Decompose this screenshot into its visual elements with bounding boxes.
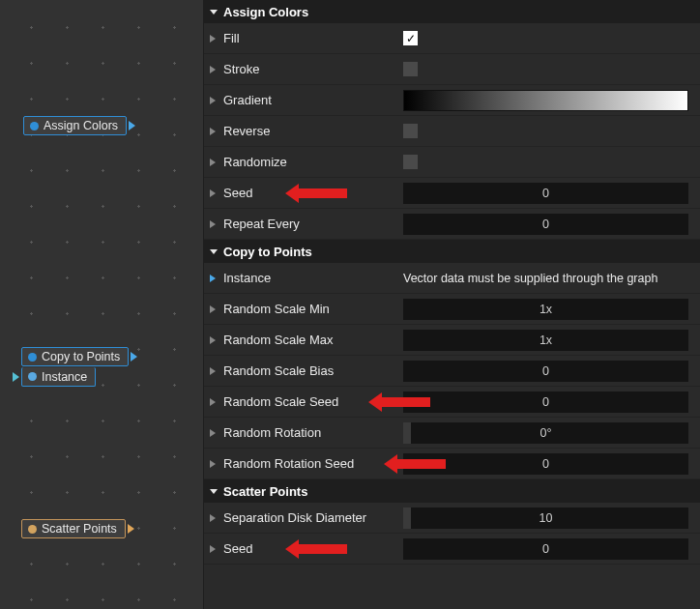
node-instance-input[interactable]: Instance (21, 367, 96, 387)
node-color-dot (28, 525, 37, 534)
expand-icon[interactable] (210, 97, 216, 104)
stroke-checkbox[interactable] (403, 62, 418, 76)
param-label: Random Scale Seed (223, 394, 403, 409)
row-fill: Fill ✓ (204, 23, 700, 54)
expand-icon[interactable] (210, 66, 216, 73)
node-label: Assign Colors (44, 119, 118, 132)
expand-icon[interactable] (210, 159, 216, 166)
expand-icon[interactable] (210, 514, 216, 522)
row-random-scale-max: Random Scale Max 1x (204, 325, 700, 356)
param-label: Random Scale Min (223, 302, 403, 316)
node-graph-panel[interactable]: Assign Colors Copy to Points Instance Sc… (0, 0, 203, 609)
expand-icon[interactable] (210, 189, 216, 197)
row-random-rotation-seed: Random Rotation Seed 0 (204, 449, 700, 479)
expand-icon[interactable] (210, 35, 216, 43)
reverse-checkbox[interactable] (403, 124, 418, 138)
graph-dot-grid (0, 0, 203, 609)
expand-icon[interactable] (210, 460, 216, 468)
random-scale-bias-field[interactable]: 0 (403, 361, 688, 382)
node-color-dot (28, 372, 37, 381)
node-scatter-points[interactable]: Scatter Points (21, 519, 126, 538)
row-scatter-seed: Seed 0 (204, 534, 700, 565)
randomize-checkbox[interactable] (403, 155, 418, 169)
row-gradient: Gradient (204, 85, 700, 116)
param-label: Separation Disk Diameter (223, 510, 403, 525)
random-scale-seed-field[interactable]: 0 (403, 392, 688, 413)
param-label: Random Scale Max (223, 333, 403, 347)
expand-icon[interactable] (210, 429, 216, 437)
expand-icon[interactable] (210, 367, 216, 375)
row-randomize: Randomize (204, 147, 700, 178)
node-input-port[interactable] (13, 372, 19, 382)
expand-icon[interactable] (210, 545, 216, 553)
properties-panel: Assign Colors Fill ✓ Stroke Gradient Rev… (203, 0, 700, 609)
section-header-assign-colors[interactable]: Assign Colors (204, 0, 700, 23)
expand-icon[interactable] (210, 220, 216, 228)
separation-field[interactable]: 10 (403, 508, 688, 529)
node-label: Copy to Points (42, 350, 120, 363)
gradient-picker[interactable] (403, 90, 688, 111)
expand-icon[interactable] (210, 336, 216, 344)
expand-icon[interactable] (210, 305, 216, 313)
node-output-port[interactable] (129, 121, 135, 130)
param-label: Random Rotation (223, 425, 403, 440)
param-label: Random Rotation Seed (223, 456, 403, 471)
node-color-dot (30, 122, 39, 130)
section-title: Assign Colors (223, 5, 308, 19)
random-scale-min-field[interactable]: 1x (403, 299, 688, 320)
node-label: Instance (42, 370, 87, 384)
chevron-down-icon (210, 10, 218, 14)
row-random-scale-seed: Random Scale Seed 0 (204, 387, 700, 418)
seed-field[interactable]: 0 (403, 183, 688, 204)
section-header-scatter-points[interactable]: Scatter Points (204, 479, 700, 503)
row-stroke: Stroke (204, 54, 700, 85)
node-label: Scatter Points (42, 522, 117, 536)
param-label: Gradient (223, 93, 403, 107)
row-separation-disk-diameter: Separation Disk Diameter 10 (204, 503, 700, 534)
row-random-rotation: Random Rotation 0° (204, 418, 700, 449)
expand-icon[interactable] (210, 128, 216, 135)
row-random-scale-bias: Random Scale Bias 0 (204, 356, 700, 387)
row-reverse: Reverse (204, 116, 700, 147)
param-label: Random Scale Bias (223, 363, 403, 378)
param-label: Seed (223, 541, 403, 556)
random-rotation-field[interactable]: 0° (403, 422, 688, 444)
row-random-scale-min: Random Scale Min 1x (204, 294, 700, 325)
fill-checkbox[interactable]: ✓ (403, 31, 418, 45)
section-header-copy-to-points[interactable]: Copy to Points (204, 240, 700, 263)
row-repeat-every: Repeat Every 0 (204, 209, 700, 240)
repeat-field[interactable]: 0 (403, 214, 688, 235)
section-title: Scatter Points (223, 484, 307, 499)
param-label: Instance (223, 271, 403, 285)
scatter-seed-field[interactable]: 0 (403, 538, 688, 560)
chevron-down-icon (210, 249, 218, 254)
node-copy-to-points[interactable]: Copy to Points (21, 347, 129, 366)
param-label: Randomize (223, 155, 403, 169)
row-assign-seed: Seed 0 (204, 178, 700, 209)
expand-icon[interactable] (210, 275, 216, 282)
node-output-port[interactable] (131, 352, 137, 362)
node-assign-colors[interactable]: Assign Colors (23, 116, 127, 135)
param-label: Seed (223, 186, 403, 200)
param-label: Reverse (223, 124, 403, 138)
param-label: Fill (223, 31, 403, 45)
random-rotation-seed-field[interactable]: 0 (403, 453, 688, 475)
param-label: Repeat Every (223, 217, 403, 231)
node-output-port[interactable] (128, 524, 134, 534)
expand-icon[interactable] (210, 398, 216, 406)
instance-hint: Vector data must be supplied through the… (403, 272, 688, 285)
row-instance: Instance Vector data must be supplied th… (204, 263, 700, 294)
chevron-down-icon (210, 489, 218, 494)
param-label: Stroke (223, 62, 403, 76)
node-color-dot (28, 353, 37, 362)
section-title: Copy to Points (223, 245, 312, 259)
random-scale-max-field[interactable]: 1x (403, 330, 688, 351)
